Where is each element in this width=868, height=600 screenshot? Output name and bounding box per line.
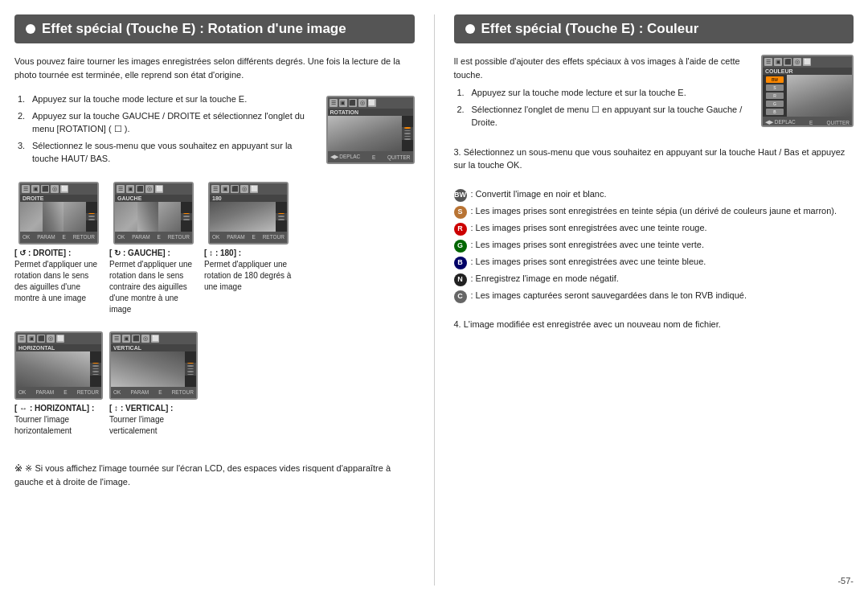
right-step-1: 1. Appuyez sur la touche mode lecture et…: [457, 86, 754, 100]
effect-green-text: : Les images prises sont enregistrées av…: [471, 239, 704, 251]
cam-toolbar-rotation: ☰ ▣ ⬛ ◎ ⬜: [328, 97, 413, 109]
right-intro-text: Il est possible d'ajouter des effets spé…: [454, 55, 754, 134]
180-e: E: [252, 234, 256, 240]
rotation-images-row1: ☰ ▣ ⬛ ◎ ⬜ DROITE: [14, 182, 415, 315]
tv1: ☰: [113, 335, 121, 343]
v-param: PARAM: [131, 389, 149, 395]
badge-green: G: [454, 240, 467, 253]
180-caption-bold: [ ↕ : 180] :: [204, 249, 241, 257]
gauche-caption-text: Permet d'appliquer une rotation dans le …: [109, 260, 192, 314]
couleur-screen-container: ☰ ▣ ⬛ ◎ ⬜ COULEUR BW S R G B: [761, 55, 854, 127]
vs-5: [187, 374, 194, 376]
rotation-bottombar: ◀▶ DEPLAC E QUITTER: [328, 151, 413, 162]
gs-3: [183, 219, 190, 220]
cam-toolbar-gauche: ☰ ▣ ⬛ ◎ ⬜: [115, 183, 192, 195]
right-step-4: 4. L'image modifiée est enregistrée avec…: [454, 318, 854, 331]
left-step-3: 3. Sélectionnez le sous-menu que vous so…: [18, 139, 318, 166]
right-step-2: 2. Sélectionnez l'onglet de menu ☐ en ap…: [457, 103, 754, 129]
left-section-header: Effet spécial (Touche E) : Rotation d'un…: [14, 14, 415, 43]
left-title: Effet spécial (Touche E) : Rotation d'un…: [42, 21, 346, 37]
sidebar-dot-5: [404, 138, 411, 140]
180-caption: [ ↕ : 180] : Permet d'appliquer une rota…: [204, 248, 293, 293]
badge-bw: BW: [454, 189, 467, 202]
effect-bw-text: : Convertit l'image en noir et blanc.: [471, 188, 607, 200]
couleur-camera-screen: ☰ ▣ ⬛ ◎ ⬜ COULEUR BW S R G B: [761, 55, 854, 127]
couleur-menu-g: G: [766, 101, 784, 107]
horizontal-caption: [ ↔ : HORIZONTAL] : Tourner l'image hori…: [14, 403, 103, 437]
toolbar-icon-3: ⬛: [349, 99, 357, 107]
toolbar-icon-5: ⬜: [368, 99, 376, 107]
effect-cmyk: C : Les images capturées seront sauvegar…: [454, 290, 854, 303]
effect-bw: BW : Convertit l'image en noir et blanc.: [454, 188, 854, 202]
hs-3: [92, 368, 99, 370]
rotation-screen-container: ☰ ▣ ⬛ ◎ ⬜ ROTATION: [326, 96, 415, 164]
gs-2: [183, 216, 190, 217]
gauche-label: GAUCHE: [115, 195, 192, 202]
g-e: E: [158, 234, 161, 240]
right-intro-p: Il est possible d'ajouter des effets spé…: [454, 55, 754, 81]
g-ok: OK: [117, 234, 125, 240]
horizontal-bottombar: OK PARAM E RETOUR: [16, 387, 101, 398]
ct3: ⬛: [784, 58, 792, 66]
sidebar-dot-1: [404, 127, 411, 129]
rotation-images-row2: ☰ ▣ ⬛ ◎ ⬜ HORIZONTAL: [14, 331, 415, 437]
couleur-menu-list: BW S R G B: [763, 75, 787, 117]
th2: ▣: [27, 335, 35, 343]
t1802: ▣: [221, 185, 229, 193]
left-step-2: 2. Appuyez sur la touche GAUCHE / DROITE…: [18, 109, 318, 136]
h-retour: RETOUR: [77, 389, 99, 395]
gauche-caption-bold: [ ↻ : GAUCHE] :: [109, 249, 170, 257]
ti-d3: ⬛: [41, 185, 49, 193]
t1805: ⬜: [250, 185, 258, 193]
180-retour: RETOUR: [263, 234, 285, 240]
bottombar-180: OK PARAM E RETOUR: [210, 232, 287, 243]
right-column: Effet spécial (Touche E) : Couleur Il es…: [454, 14, 854, 586]
badge-neg: N: [454, 273, 467, 286]
toolbar-icon-4: ◎: [358, 99, 366, 107]
vs-4: [187, 371, 194, 372]
badge-cmyk: C: [454, 290, 467, 303]
toolbar-icon-2: ▣: [339, 99, 347, 107]
gauche-couple: [137, 202, 158, 232]
ds-2: [88, 216, 95, 217]
ct1: ☰: [764, 58, 772, 66]
rotation-label: ROTATION: [328, 109, 413, 116]
droite-image: [20, 202, 86, 232]
right-title: Effet spécial (Touche E) : Couleur: [481, 21, 699, 37]
d-param: PARAM: [37, 234, 55, 240]
tg1: ☰: [117, 185, 125, 193]
ti-d2: ▣: [31, 185, 39, 193]
horizontal-caption-text: Tourner l'image horizontalement: [14, 415, 72, 435]
toolbar-icon-1: ☰: [330, 99, 338, 107]
horizontal-caption-bold: [ ↔ : HORIZONTAL] :: [14, 404, 94, 413]
droite-bottombar: OK PARAM E RETOUR: [20, 232, 97, 243]
droite-couple: [43, 202, 63, 232]
screen-180: ☰ ▣ ⬛ ◎ ⬜ 180: [208, 182, 289, 245]
ti-d5: ⬜: [60, 185, 68, 193]
right-bullet-icon: [465, 24, 475, 34]
s180-2: [278, 216, 285, 217]
image-item-180: ☰ ▣ ⬛ ◎ ⬜ 180: [204, 182, 293, 293]
th1: ☰: [18, 335, 26, 343]
sidebar-dot-3: [404, 133, 411, 134]
d-ok: OK: [23, 234, 30, 240]
180-param: PARAM: [227, 234, 245, 240]
th5: ⬜: [56, 335, 64, 343]
c-e: E: [809, 120, 813, 125]
vs-3: [187, 368, 194, 370]
vertical-label: VERTICAL: [111, 344, 196, 351]
tv4: ◎: [141, 335, 149, 343]
vertical-bottombar: OK PARAM E RETOUR: [111, 387, 196, 398]
rotation-sidebar: [402, 127, 413, 140]
t1801: ☰: [211, 185, 219, 193]
right-intro-area: Il est possible d'ajouter des effets spé…: [454, 55, 854, 134]
gauche-bottombar: OK PARAM E RETOUR: [115, 232, 192, 243]
vs-2: [187, 365, 194, 367]
v-retour: RETOUR: [172, 389, 194, 395]
tv3: ⬛: [132, 335, 140, 343]
horizontal-couple: [16, 351, 90, 387]
s180-3: [278, 219, 285, 220]
rotation-image: [328, 116, 402, 151]
ct4: ◎: [793, 58, 801, 66]
couleur-bottombar: ◀▶ DEPLAC E QUITTER: [763, 117, 852, 127]
